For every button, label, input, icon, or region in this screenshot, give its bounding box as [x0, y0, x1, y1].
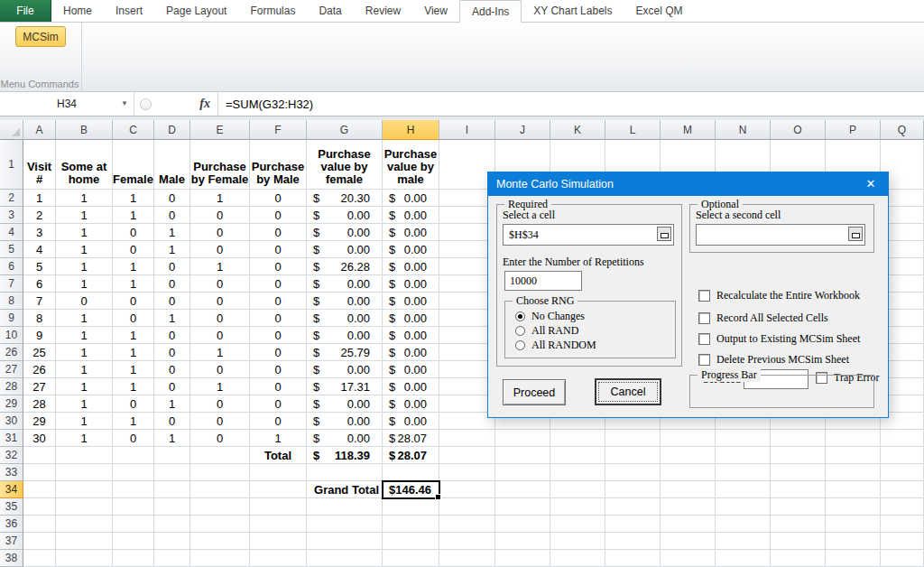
cell-M31[interactable] — [661, 430, 716, 447]
cell-F2[interactable]: 0 — [250, 190, 307, 207]
column-header-K[interactable]: K — [550, 120, 605, 140]
cell-B27[interactable]: 1 — [56, 361, 113, 378]
cell-C10[interactable]: 1 — [113, 327, 154, 344]
tab-view[interactable]: View — [412, 0, 459, 22]
cell-A37[interactable] — [23, 533, 56, 550]
cell-C34[interactable] — [113, 481, 154, 498]
row-header-5[interactable]: 5 — [0, 241, 23, 258]
cell-D10[interactable]: 0 — [154, 327, 190, 344]
cell-E3[interactable]: 0 — [190, 207, 250, 224]
cell-F10[interactable]: 0 — [250, 327, 307, 344]
cell-I37[interactable] — [439, 533, 495, 550]
cell-M33[interactable] — [661, 464, 716, 481]
select-cell-refedit[interactable]: $H$34 — [503, 224, 674, 246]
column-header-I[interactable]: I — [439, 120, 495, 140]
tab-formulas[interactable]: Formulas — [238, 0, 307, 22]
cell-K36[interactable] — [550, 516, 605, 533]
cell-F34[interactable] — [250, 481, 307, 498]
checkbox-recalculate-workbook[interactable]: Recalculate the Entire Workbook — [698, 289, 860, 302]
cell-G27[interactable]: $0.00 — [307, 361, 383, 378]
cell-B32[interactable] — [56, 447, 113, 464]
cell-E5[interactable]: 0 — [190, 241, 250, 258]
radio-all-rand[interactable]: All RAND — [515, 324, 578, 338]
column-header-G[interactable]: G — [307, 120, 383, 140]
cell-C37[interactable] — [113, 533, 154, 550]
cell-J33[interactable] — [495, 464, 550, 481]
cell-G1[interactable]: Purchase value by female — [307, 140, 383, 190]
cell-B31[interactable]: 1 — [56, 430, 113, 447]
cell-A3[interactable]: 2 — [23, 207, 56, 224]
cell-F5[interactable]: 0 — [250, 241, 307, 258]
cell-H33[interactable] — [383, 464, 439, 481]
cell-A36[interactable] — [23, 516, 56, 533]
cell-M35[interactable] — [661, 498, 716, 516]
cell-F31[interactable]: 1 — [250, 430, 307, 447]
cell-Q34[interactable] — [881, 481, 924, 498]
column-header-A[interactable]: A — [23, 120, 56, 140]
cell-J38[interactable] — [495, 550, 550, 567]
column-header-C[interactable]: C — [113, 120, 154, 140]
cell-D29[interactable]: 1 — [154, 395, 190, 413]
cell-C36[interactable] — [113, 516, 154, 533]
cell-M32[interactable] — [661, 447, 716, 464]
cell-C5[interactable]: 0 — [113, 241, 154, 258]
cell-C29[interactable]: 0 — [113, 395, 154, 413]
cell-I35[interactable] — [439, 498, 495, 516]
cell-B7[interactable]: 1 — [56, 275, 113, 293]
cancel-entry-icon[interactable] — [140, 98, 152, 110]
cell-G2[interactable]: $20.30 — [307, 190, 383, 207]
cell-A6[interactable]: 5 — [23, 258, 56, 275]
cell-C35[interactable] — [113, 498, 154, 516]
cell-L36[interactable] — [605, 516, 661, 533]
tab-xy-chart-labels[interactable]: XY Chart Labels — [522, 0, 624, 22]
row-header-9[interactable]: 9 — [0, 310, 23, 327]
cell-A10[interactable]: 9 — [23, 327, 56, 344]
cell-H27[interactable]: $0.00 — [383, 361, 439, 378]
cell-G29[interactable]: $0.00 — [307, 395, 383, 413]
cell-P33[interactable] — [826, 464, 881, 481]
cell-E9[interactable]: 0 — [190, 310, 250, 327]
column-header-O[interactable]: O — [771, 120, 826, 140]
cell-B29[interactable]: 1 — [56, 395, 113, 413]
cell-B3[interactable]: 1 — [56, 207, 113, 224]
cell-B30[interactable]: 1 — [56, 413, 113, 430]
cell-B8[interactable]: 0 — [56, 293, 113, 310]
cell-F30[interactable]: 0 — [250, 413, 307, 430]
cell-G31[interactable]: $0.00 — [307, 430, 383, 447]
column-header-L[interactable]: L — [605, 120, 661, 140]
cell-H10[interactable]: $0.00 — [383, 327, 439, 344]
cell-E31[interactable]: 0 — [190, 430, 250, 447]
cell-D3[interactable]: 0 — [154, 207, 190, 224]
cell-A4[interactable]: 3 — [23, 224, 56, 241]
cell-M38[interactable] — [661, 550, 716, 567]
cell-F8[interactable]: 0 — [250, 293, 307, 310]
cell-B9[interactable]: 1 — [56, 310, 113, 327]
cell-C31[interactable]: 0 — [113, 430, 154, 447]
cell-P32[interactable] — [826, 447, 881, 464]
tab-file[interactable]: File — [0, 0, 51, 22]
row-header-28[interactable]: 28 — [0, 378, 23, 395]
cell-L38[interactable] — [605, 550, 661, 567]
cell-D5[interactable]: 1 — [154, 241, 190, 258]
cell-D1[interactable]: Male — [154, 140, 190, 190]
cell-D2[interactable]: 0 — [154, 190, 190, 207]
cell-C33[interactable] — [113, 464, 154, 481]
refedit-collapse-button[interactable] — [848, 227, 863, 241]
cell-F6[interactable]: 0 — [250, 258, 307, 275]
cell-H1[interactable]: Purchase value by male — [383, 140, 439, 190]
cell-F9[interactable]: 0 — [250, 310, 307, 327]
cell-N33[interactable] — [716, 464, 771, 481]
cell-A5[interactable]: 4 — [23, 241, 56, 258]
cell-I31[interactable] — [439, 430, 495, 447]
mcsim-button[interactable]: MCSim — [15, 26, 66, 47]
cell-D35[interactable] — [154, 498, 190, 516]
cell-P34[interactable] — [826, 481, 881, 498]
row-header-35[interactable]: 35 — [0, 498, 23, 516]
cell-H37[interactable] — [383, 533, 439, 550]
cell-E37[interactable] — [190, 533, 250, 550]
cell-G30[interactable]: $0.00 — [307, 413, 383, 430]
cell-G5[interactable]: $0.00 — [307, 241, 383, 258]
row-header-38[interactable]: 38 — [0, 550, 23, 567]
tab-insert[interactable]: Insert — [104, 0, 154, 22]
cell-A33[interactable] — [23, 464, 56, 481]
